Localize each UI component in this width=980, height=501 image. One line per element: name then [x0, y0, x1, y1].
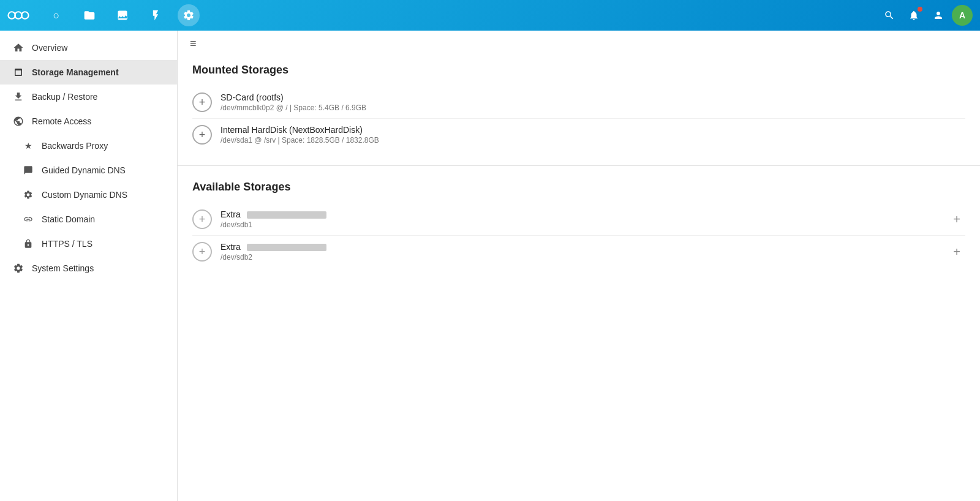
sdb2-action-button[interactable]: + — [948, 243, 965, 262]
topbar-nav: ○ — [7, 4, 200, 26]
sdb1-add-button[interactable]: + — [192, 209, 212, 229]
sdb1-path: /dev/sdb1 — [221, 220, 940, 229]
app-logo[interactable] — [7, 8, 29, 23]
search-button[interactable] — [878, 4, 900, 26]
lock-icon — [22, 238, 34, 250]
gear-small-icon — [22, 189, 34, 201]
backup-icon — [12, 91, 24, 103]
storage-item-sdb2: + Extra /dev/sdb2 + — [192, 236, 965, 268]
sections-divider — [178, 165, 980, 166]
nav-files-icon[interactable] — [78, 4, 100, 26]
notifications-button[interactable] — [903, 4, 925, 26]
star-icon: ★ — [22, 140, 34, 152]
nav-photos-icon[interactable] — [111, 4, 134, 26]
sidebar-item-backwards-proxy[interactable]: ★ Backwards Proxy — [0, 134, 177, 158]
sidebar-item-system-label: System Settings — [32, 263, 94, 273]
sdb2-name: Extra — [221, 242, 940, 252]
sidebar-item-static-domain-label: Static Domain — [42, 214, 95, 224]
sidebar-item-storage-management[interactable]: Storage Management — [0, 60, 177, 85]
sidebar-item-remote-label: Remote Access — [32, 116, 91, 126]
sidebar-item-https-tls[interactable]: HTTPS / TLS — [0, 232, 177, 256]
globe-icon — [12, 115, 24, 127]
sdcard-name: SD-Card (rootfs) — [221, 92, 965, 102]
nav-settings-icon[interactable] — [178, 4, 200, 26]
mounted-storages-section: Mounted Storages + SD-Card (rootfs) /dev… — [178, 54, 980, 160]
storage-item-sdcard: + SD-Card (rootfs) /dev/mmcblk0p2 @ / | … — [192, 86, 965, 119]
user-avatar[interactable]: A — [952, 5, 973, 26]
sdb2-info: Extra /dev/sdb2 — [221, 242, 940, 262]
sdb2-path: /dev/sdb2 — [221, 253, 940, 262]
sidebar: Overview Storage Management Backup / Res… — [0, 31, 178, 501]
available-storages-title: Available Storages — [192, 181, 965, 194]
sdcard-path: /dev/mmcblk0p2 @ / | Space: 5.4GB / 6.9G… — [221, 104, 965, 112]
sdcard-info: SD-Card (rootfs) /dev/mmcblk0p2 @ / | Sp… — [221, 92, 965, 112]
harddisk-path: /dev/sda1 @ /srv | Space: 1828.5GB / 183… — [221, 136, 965, 145]
main-layout: Overview Storage Management Backup / Res… — [0, 31, 980, 501]
contacts-button[interactable] — [927, 4, 949, 26]
sidebar-item-static-domain[interactable]: Static Domain — [0, 207, 177, 232]
storage-item-harddisk: + Internal HardDisk (NextBoxHardDisk) /d… — [192, 119, 965, 151]
content-area: ≡ Mounted Storages + SD-Card (rootfs) /d… — [178, 31, 980, 501]
sidebar-item-backup-restore[interactable]: Backup / Restore — [0, 85, 177, 109]
link-icon — [22, 213, 34, 225]
sdcard-add-button[interactable]: + — [192, 92, 212, 112]
topbar-right: A — [878, 4, 973, 26]
notification-badge — [918, 7, 922, 12]
nav-activity-icon[interactable] — [145, 4, 167, 26]
sidebar-item-custom-dns-label: Custom Dynamic DNS — [42, 190, 127, 200]
sdb2-name-redacted — [247, 244, 326, 251]
topbar: ○ A — [0, 0, 980, 31]
sidebar-item-guided-dns[interactable]: Guided Dynamic DNS — [0, 158, 177, 183]
mounted-storages-title: Mounted Storages — [192, 64, 965, 77]
harddisk-name: Internal HardDisk (NextBoxHardDisk) — [221, 125, 965, 135]
sdb2-add-button[interactable]: + — [192, 242, 212, 262]
sdb1-name-redacted — [247, 211, 326, 219]
sdb1-info: Extra /dev/sdb1 — [221, 209, 940, 229]
sidebar-item-guided-dns-label: Guided Dynamic DNS — [42, 165, 126, 175]
sidebar-item-backwards-label: Backwards Proxy — [42, 141, 108, 151]
harddisk-add-button[interactable]: + — [192, 125, 212, 145]
sdb1-name: Extra — [221, 209, 940, 219]
system-gear-icon — [12, 262, 24, 274]
harddisk-info: Internal HardDisk (NextBoxHardDisk) /dev… — [221, 125, 965, 145]
home-icon — [12, 42, 24, 54]
storage-item-sdb1: + Extra /dev/sdb1 + — [192, 203, 965, 236]
sidebar-item-overview-label: Overview — [32, 43, 67, 53]
available-storages-section: Available Storages + Extra /dev/sdb1 + +… — [178, 171, 980, 277]
sidebar-item-system-settings[interactable]: System Settings — [0, 256, 177, 281]
nav-dashboard-icon[interactable]: ○ — [45, 4, 67, 26]
sidebar-item-custom-dns[interactable]: Custom Dynamic DNS — [0, 183, 177, 207]
sdb1-action-button[interactable]: + — [948, 210, 965, 229]
sidebar-item-overview[interactable]: Overview — [0, 36, 177, 60]
sidebar-item-https-label: HTTPS / TLS — [42, 239, 92, 249]
chat-icon — [22, 164, 34, 176]
storage-icon — [12, 66, 24, 78]
sidebar-item-remote-access[interactable]: Remote Access — [0, 109, 177, 134]
hamburger-button[interactable]: ≡ — [190, 38, 197, 49]
content-header: ≡ — [178, 31, 980, 54]
sidebar-item-storage-label: Storage Management — [32, 67, 119, 77]
sidebar-item-backup-label: Backup / Restore — [32, 92, 97, 102]
